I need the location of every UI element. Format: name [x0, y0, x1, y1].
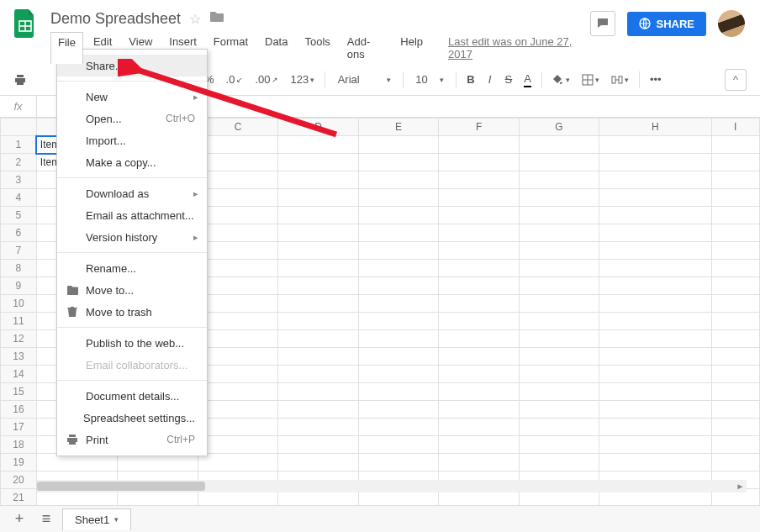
- cell-E19[interactable]: [358, 454, 438, 471]
- cell-G9[interactable]: [519, 277, 599, 295]
- cell-F6[interactable]: [439, 224, 519, 242]
- cell-F9[interactable]: [439, 277, 519, 295]
- cell-H16[interactable]: [599, 401, 711, 419]
- menu-tools[interactable]: Tools: [298, 32, 336, 64]
- menu-format[interactable]: Format: [207, 32, 255, 64]
- menu-item-document-details[interactable]: Document details...: [57, 385, 207, 407]
- row-header-3[interactable]: 3: [1, 171, 37, 189]
- borders-button[interactable]: ▾: [577, 71, 604, 89]
- cell-G1[interactable]: [519, 136, 599, 154]
- cell-H12[interactable]: [599, 330, 711, 348]
- cell-G7[interactable]: [519, 242, 599, 260]
- cell-C1[interactable]: [198, 136, 277, 154]
- menu-item-print[interactable]: PrintCtrl+P: [57, 429, 207, 450]
- cell-I5[interactable]: [711, 207, 759, 224]
- row-header-1[interactable]: 1: [1, 136, 37, 154]
- row-header-4[interactable]: 4: [1, 189, 37, 207]
- add-sheet-button[interactable]: +: [8, 508, 30, 530]
- cell-I12[interactable]: [711, 330, 759, 348]
- cell-H5[interactable]: [599, 207, 711, 224]
- cell-C2[interactable]: [198, 154, 277, 171]
- cell-D9[interactable]: [278, 277, 358, 295]
- cell-F11[interactable]: [439, 313, 519, 330]
- cell-E10[interactable]: [358, 295, 438, 313]
- col-header-F[interactable]: F: [439, 119, 519, 136]
- cell-F15[interactable]: [439, 383, 519, 401]
- cell-H2[interactable]: [599, 154, 711, 171]
- cell-F19[interactable]: [439, 454, 519, 471]
- cell-G14[interactable]: [519, 366, 599, 383]
- row-header-6[interactable]: 6: [1, 224, 37, 242]
- cell-D17[interactable]: [278, 419, 358, 436]
- row-header-16[interactable]: 16: [1, 401, 37, 419]
- font-size-select[interactable]: 10▾: [409, 70, 451, 89]
- menu-item-publish-to-the-web[interactable]: Publish to the web...: [57, 332, 207, 354]
- row-header-13[interactable]: 13: [1, 348, 37, 366]
- cell-G12[interactable]: [519, 330, 599, 348]
- cell-E15[interactable]: [358, 383, 438, 401]
- collapse-toolbar-button[interactable]: ^: [725, 69, 747, 91]
- row-header-7[interactable]: 7: [1, 242, 37, 260]
- cell-I2[interactable]: [711, 154, 759, 171]
- cell-E9[interactable]: [358, 277, 438, 295]
- cell-G8[interactable]: [519, 260, 599, 277]
- account-avatar[interactable]: [718, 10, 745, 37]
- cell-E16[interactable]: [358, 401, 438, 419]
- cell-G13[interactable]: [519, 348, 599, 366]
- doc-title[interactable]: Demo Spreadsheet: [50, 10, 181, 28]
- cell-C3[interactable]: [198, 171, 277, 189]
- menu-item-open[interactable]: Open...Ctrl+O: [57, 108, 207, 129]
- menu-item-spreadsheet-settings[interactable]: Spreadsheet settings...: [57, 407, 207, 429]
- cell-I3[interactable]: [711, 171, 759, 189]
- cell-H8[interactable]: [599, 260, 711, 277]
- cell-H3[interactable]: [599, 171, 711, 189]
- cell-H18[interactable]: [599, 436, 711, 454]
- cell-G11[interactable]: [519, 313, 599, 330]
- col-header-C[interactable]: C: [198, 119, 277, 136]
- cell-E17[interactable]: [358, 419, 438, 436]
- cell-G3[interactable]: [519, 171, 599, 189]
- cell-C12[interactable]: [198, 330, 277, 348]
- cell-G17[interactable]: [519, 419, 599, 436]
- cell-E8[interactable]: [358, 260, 438, 277]
- menu-add-ons[interactable]: Add-ons: [340, 32, 390, 64]
- cell-I4[interactable]: [711, 189, 759, 207]
- col-header-G[interactable]: G: [519, 119, 599, 136]
- all-sheets-button[interactable]: ≡: [35, 508, 57, 530]
- cell-D4[interactable]: [278, 189, 358, 207]
- cell-E5[interactable]: [358, 207, 438, 224]
- menu-item-import[interactable]: Import...: [57, 129, 207, 151]
- cell-G6[interactable]: [519, 224, 599, 242]
- row-header-11[interactable]: 11: [1, 313, 37, 330]
- cell-H9[interactable]: [599, 277, 711, 295]
- cell-F10[interactable]: [439, 295, 519, 313]
- cell-I18[interactable]: [711, 436, 759, 454]
- cell-G10[interactable]: [519, 295, 599, 313]
- row-header-19[interactable]: 19: [1, 454, 37, 471]
- cell-H13[interactable]: [599, 348, 711, 366]
- cell-C16[interactable]: [198, 401, 277, 419]
- cell-E14[interactable]: [358, 366, 438, 383]
- cell-H1[interactable]: [599, 136, 711, 154]
- cell-D14[interactable]: [278, 366, 358, 383]
- cell-I7[interactable]: [711, 242, 759, 260]
- cell-H19[interactable]: [599, 454, 711, 471]
- cell-E1[interactable]: [358, 136, 438, 154]
- col-header-D[interactable]: D: [278, 119, 358, 136]
- more-formats[interactable]: 123 ▾: [285, 70, 319, 89]
- sheets-logo[interactable]: [8, 7, 42, 40]
- cell-C10[interactable]: [198, 295, 277, 313]
- cell-I10[interactable]: [711, 295, 759, 313]
- cell-F1[interactable]: [439, 136, 519, 154]
- cell-I15[interactable]: [711, 383, 759, 401]
- cell-C15[interactable]: [198, 383, 277, 401]
- cell-F12[interactable]: [439, 330, 519, 348]
- cell-D1[interactable]: [278, 136, 358, 154]
- share-button[interactable]: SHARE: [627, 12, 706, 36]
- cell-C11[interactable]: [198, 313, 277, 330]
- cell-H6[interactable]: [599, 224, 711, 242]
- row-header-2[interactable]: 2: [1, 154, 37, 171]
- row-header-10[interactable]: 10: [1, 295, 37, 313]
- row-header-15[interactable]: 15: [1, 383, 37, 401]
- cell-H7[interactable]: [599, 242, 711, 260]
